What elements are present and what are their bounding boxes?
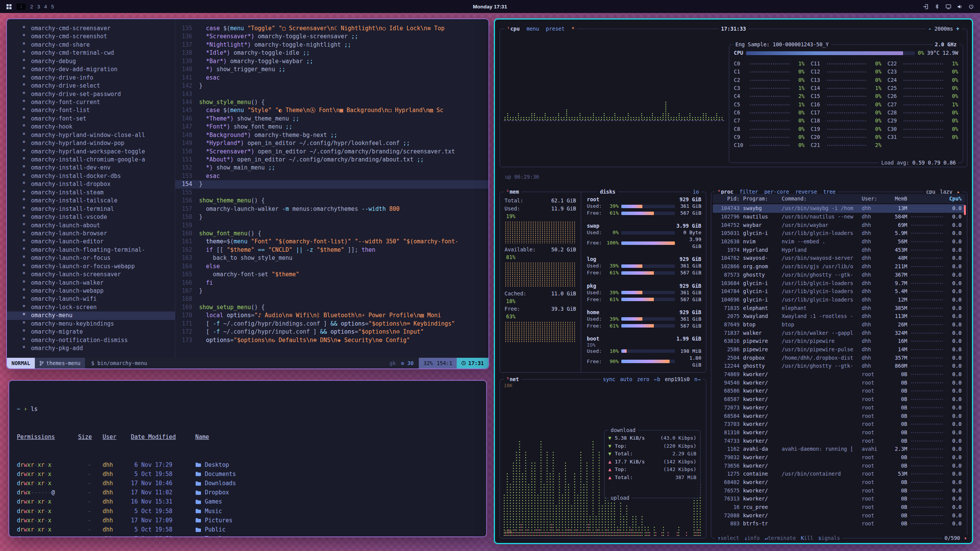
process-row[interactable]: 104752waybar/usr/bin/waybardhh69M0.0 xyxy=(713,221,965,229)
process-row[interactable]: 105031glycin-i/usr/lib/glycin-loadersdhh… xyxy=(713,229,965,238)
code-line[interactable]: 138 *Idle*) omarchy-toggle-idle ;; xyxy=(175,49,488,57)
process-row[interactable]: 71837walker/usr/bin/walker --gappldhh324… xyxy=(713,329,965,337)
process-row[interactable]: 81310kworker/root0B0.0 xyxy=(713,429,965,437)
code-line[interactable]: 137 *Nightlight*) omarchy-toggle-nightli… xyxy=(175,41,488,49)
code-line[interactable]: 144show_style_menu() { xyxy=(175,98,488,106)
workspace-number[interactable]: 2 xyxy=(30,4,33,10)
process-row[interactable]: 74869kworker/root0B0.0 xyxy=(713,370,965,379)
net-button[interactable]: ←b xyxy=(654,376,660,383)
file-item[interactable]: *omarchy-cmd-share xyxy=(7,41,175,49)
file-item[interactable]: *omarchy-install-chromium-google-a xyxy=(7,156,175,164)
file-item[interactable]: *omarchy-install-steam xyxy=(7,189,175,197)
file-item[interactable]: *omarchy-launch-browser xyxy=(7,230,175,238)
code-line[interactable]: 167} xyxy=(175,287,488,295)
filename-cell[interactable]: Games xyxy=(195,497,479,506)
code-line[interactable]: 145 case $(menu "Style" "◐ Theme\nⒶ Font… xyxy=(175,106,488,114)
file-item[interactable]: *omarchy-launch-walker xyxy=(7,279,175,287)
file-item[interactable]: *omarchy-launch-floating-terminal- xyxy=(7,246,175,254)
process-row[interactable]: 2586pipewire/usr/bin/pipewire-pulsedhh14… xyxy=(713,346,965,354)
file-item[interactable]: *omarchy-notification-dismiss xyxy=(7,336,175,344)
workspace-number[interactable]: 5 xyxy=(51,4,54,10)
net-button[interactable]: n→ xyxy=(694,376,701,383)
process-row[interactable]: 74733kworker/root0B0.0 xyxy=(713,437,965,445)
file-item[interactable]: *omarchy-launch-webapp xyxy=(7,287,175,295)
file-item[interactable]: *omarchy-menu-keybindings xyxy=(7,320,175,328)
file-item[interactable]: *omarchy-install-dropbox xyxy=(7,180,175,188)
logout-icon[interactable] xyxy=(923,4,929,10)
process-row[interactable]: 12244ghostty/usr/bin/ghostty --gtk-dhh86… xyxy=(713,362,965,370)
file-item[interactable]: *omarchy-hook xyxy=(7,123,175,131)
file-item[interactable]: *omarchy-drive-select xyxy=(7,82,175,90)
workspace-active[interactable]: 1 xyxy=(16,3,26,10)
process-row[interactable]: 72073kworker/root0B0.0 xyxy=(713,404,965,412)
process-row[interactable]: 103684glycin-i/usr/lib/glycin-loadersdhh… xyxy=(713,279,965,287)
process-row[interactable]: 73703kworker/root0B0.0 xyxy=(713,420,965,429)
process-row[interactable]: 73656kworker/root0B0.0 xyxy=(713,461,965,470)
footer-hint[interactable]: ↓info xyxy=(744,535,760,542)
file-item[interactable]: *omarchy-lock-screen xyxy=(7,303,175,311)
file-item[interactable]: *omarchy-menu xyxy=(7,311,175,320)
file-item[interactable]: *omarchy-cmd-screenshot xyxy=(7,33,175,41)
code-line[interactable]: 146 *Theme*) show_theme_menu ;; xyxy=(175,115,488,123)
code-line[interactable]: 160show_font_menu() { xyxy=(175,230,488,238)
workspace-numbers[interactable]: 2345 xyxy=(30,4,58,10)
menu-button[interactable]: menu xyxy=(527,25,539,33)
preset-button[interactable]: preset xyxy=(546,25,565,33)
code-line[interactable]: 170 local options="♪ Audio\n≋ Wifi\nᛒ Bl… xyxy=(175,311,488,320)
code-line[interactable]: 142} xyxy=(175,82,488,90)
process-row[interactable]: 104762swayosd-/usr/bin/swayosd-serverdhh… xyxy=(713,254,965,262)
code-line[interactable]: 154} xyxy=(175,180,488,188)
file-item[interactable]: *omarchy-cmd-terminal-cwd xyxy=(7,49,175,57)
code-line[interactable]: 171 [ -f ~/.config/hypr/bindings.conf ] … xyxy=(175,320,488,328)
net-button[interactable]: auto xyxy=(620,376,632,383)
file-item[interactable]: *omarchy-install-terminal xyxy=(7,205,175,213)
net-button[interactable]: zero xyxy=(637,376,650,383)
process-row[interactable]: 71835elephantelephantdhh385M0.0 xyxy=(713,304,965,312)
process-row[interactable]: 68402kworker/root0B0.0 xyxy=(713,478,965,487)
file-item[interactable]: *omarchy-font-set xyxy=(7,115,175,123)
workspace-number[interactable]: 4 xyxy=(44,4,47,10)
file-item[interactable]: *omarchy-font-list xyxy=(7,106,175,114)
code-line[interactable]: 162 if [[ "$theme" == "CNCLD" || -z "$th… xyxy=(175,246,488,254)
code-line[interactable]: 151 *About*) open_in_editor ~/.config/om… xyxy=(175,156,488,164)
code-line[interactable]: 139 *Bar*) omarchy-toggle-waybar ;; xyxy=(175,57,488,65)
code-line[interactable]: 148 *Background*) omarchy-theme-bg-next … xyxy=(175,131,488,139)
process-row[interactable]: 1974HyprlandHyprlanddhh453M0.0 xyxy=(713,246,965,254)
volume-icon[interactable] xyxy=(957,4,963,10)
launcher-icon[interactable] xyxy=(6,4,12,10)
net-button[interactable]: sync xyxy=(603,376,616,383)
col-user[interactable]: User: xyxy=(862,195,882,202)
system-monitor-window[interactable]: ¹cpu menu preset * 17:31:33 - 2000ms + E… xyxy=(494,18,973,544)
code-line[interactable]: 147 *Font*) show_font_menu ;; xyxy=(175,123,488,131)
process-row[interactable]: 104743swaybg/usr/bin/swaybg -i /homdhh13… xyxy=(713,204,965,213)
process-row[interactable]: 87573ghostty/usr/bin/ghostty --gtk-dhh36… xyxy=(713,271,965,279)
code-line[interactable]: 156show_theme_menu() { xyxy=(175,197,488,205)
file-item[interactable]: *omarchy-launch-about xyxy=(7,222,175,230)
workspace-switcher[interactable]: 1 2345 xyxy=(6,3,58,10)
code-line[interactable]: 169show_setup_menu() { xyxy=(175,303,488,311)
file-item[interactable]: *omarchy-hyprland-window-close-all xyxy=(7,131,175,139)
file-item[interactable]: *omarchy-install-tailscale xyxy=(7,197,175,205)
footer-hint[interactable]: ↵terminate xyxy=(765,535,796,542)
col-pid[interactable]: Pid: xyxy=(717,195,740,202)
code-line[interactable]: 152 *) show_main_menu ;; xyxy=(175,164,488,172)
code-line[interactable]: 165 omarchy-font-set "$theme" xyxy=(175,271,488,279)
code-line[interactable]: 157 omarchy-launch-walker -m menus:omarc… xyxy=(175,205,488,213)
code-line[interactable]: 136 *Screensaver*) omarchy-toggle-screen… xyxy=(175,33,488,41)
filename-cell[interactable]: Desktop xyxy=(195,460,479,469)
scroll-down-icon[interactable]: ▾ xyxy=(962,535,969,542)
file-item[interactable]: *omarchy-cmd-screensaver xyxy=(7,24,175,33)
power-icon[interactable] xyxy=(969,4,974,9)
process-row[interactable]: 102866org.gnom/usr/bin/gjs /usr/lib/odhh… xyxy=(713,262,965,271)
code-line[interactable]: 150 *Screensaver*) open_in_editor ~/.con… xyxy=(175,148,488,156)
filename-cell[interactable]: Public xyxy=(195,525,479,534)
filename-cell[interactable]: Templates xyxy=(195,534,479,537)
code-line[interactable]: 155 xyxy=(175,189,488,197)
code-line[interactable]: 149 *Hyprland*) open_in_editor ~/.config… xyxy=(175,139,488,147)
scrollbar-thumb[interactable] xyxy=(964,205,966,215)
footer-hint[interactable]: Kill xyxy=(801,535,813,542)
file-item[interactable]: *omarchy-launch-screensaver xyxy=(7,271,175,279)
process-row[interactable]: 63816pipewire/usr/bin/pipewiredhh16M0.0 xyxy=(713,337,965,346)
col-memb[interactable]: MemB xyxy=(886,195,907,202)
file-item[interactable]: *omarchy-install-docker-dbs xyxy=(7,172,175,180)
